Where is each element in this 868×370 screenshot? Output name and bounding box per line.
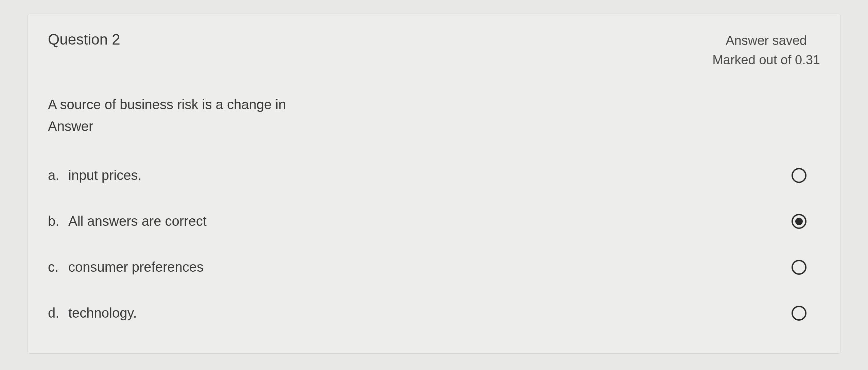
option-b-label-wrap: b. All answers are correct [48, 214, 207, 229]
radio-d[interactable] [792, 306, 806, 321]
option-letter: b. [48, 214, 62, 229]
radio-b[interactable] [792, 214, 806, 229]
option-text: All answers are correct [68, 214, 207, 229]
status-saved: Answer saved [712, 31, 820, 50]
question-text-line1: A source of business risk is a change in [48, 94, 820, 115]
option-text: technology. [68, 305, 137, 321]
option-a[interactable]: a. input prices. [48, 168, 820, 183]
option-letter: a. [48, 168, 62, 183]
question-card: Question 2 Answer saved Marked out of 0.… [27, 14, 841, 354]
options-list: a. input prices. b. All answers are corr… [48, 168, 820, 321]
option-b[interactable]: b. All answers are correct [48, 214, 820, 229]
option-c-label-wrap: c. consumer preferences [48, 259, 204, 275]
option-d-label-wrap: d. technology. [48, 305, 137, 321]
radio-dot-icon [795, 218, 803, 225]
question-text: A source of business risk is a change in… [48, 94, 820, 137]
option-letter: c. [48, 259, 62, 275]
option-a-label-wrap: a. input prices. [48, 168, 142, 183]
option-text: consumer preferences [68, 259, 204, 275]
status-marked: Marked out of 0.31 [712, 50, 820, 70]
option-d[interactable]: d. technology. [48, 305, 820, 321]
question-header: Question 2 Answer saved Marked out of 0.… [48, 31, 820, 70]
question-text-line2: Answer [48, 115, 820, 137]
radio-c[interactable] [792, 260, 806, 275]
option-letter: d. [48, 305, 62, 321]
radio-a[interactable] [792, 168, 806, 183]
question-status: Answer saved Marked out of 0.31 [712, 31, 820, 70]
option-text: input prices. [68, 168, 142, 183]
option-c[interactable]: c. consumer preferences [48, 259, 820, 275]
question-title: Question 2 [48, 31, 120, 48]
